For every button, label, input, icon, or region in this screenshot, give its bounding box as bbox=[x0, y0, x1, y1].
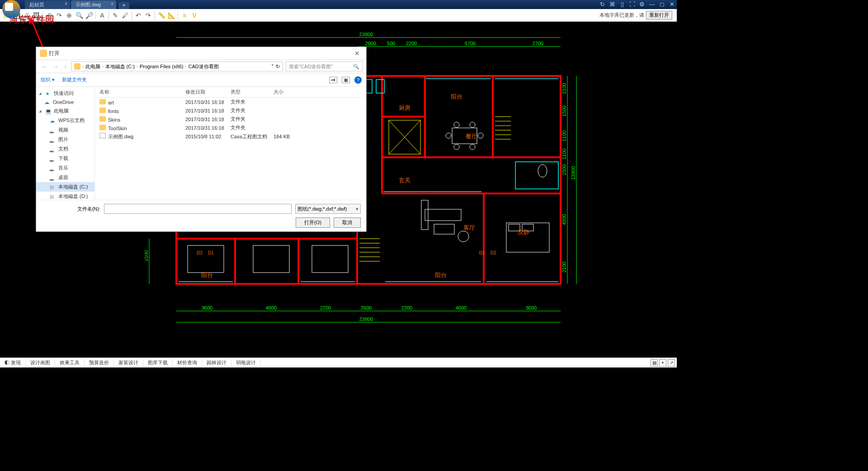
measure-button[interactable]: 📏 bbox=[157, 11, 166, 20]
sidebar-item[interactable]: ▂视频 bbox=[36, 125, 94, 135]
svg-rect-62 bbox=[312, 245, 348, 273]
sidebar-item[interactable]: ☁WPS云文档 bbox=[36, 116, 94, 125]
rotate-right-button[interactable]: ↷ bbox=[55, 11, 64, 20]
marker-button[interactable]: 🖊 bbox=[121, 11, 130, 20]
status-item[interactable]: 设计画图 bbox=[26, 359, 55, 366]
nav-back-button[interactable]: ← bbox=[40, 63, 48, 70]
pencil-button[interactable]: ✎ bbox=[111, 11, 120, 20]
status-item[interactable]: 园林设计 bbox=[202, 359, 231, 366]
filename-input[interactable] bbox=[104, 204, 292, 214]
sidebar-item[interactable]: ▂图片 bbox=[36, 135, 94, 144]
filetype-select[interactable]: 图纸(*.dwg;*.dxf;*.dwf) bbox=[295, 204, 361, 214]
sidebar-item[interactable]: ▂下载 bbox=[36, 154, 94, 163]
file-row[interactable]: fonts2017/10/31 16:18文件夹 bbox=[95, 106, 366, 115]
undo-button[interactable]: ↶ bbox=[134, 11, 143, 20]
tab-start[interactable]: 起始页× bbox=[25, 0, 70, 9]
sidebar-item[interactable]: 💻此电脑 bbox=[36, 106, 94, 116]
svg-text:5700: 5700 bbox=[465, 41, 476, 46]
help-icon[interactable]: ? bbox=[354, 76, 362, 84]
tab-close-icon[interactable]: × bbox=[65, 1, 67, 6]
svg-text:2200: 2200 bbox=[401, 305, 412, 311]
organize-button[interactable]: 组织 ▾ bbox=[41, 76, 55, 83]
view-grid-button[interactable]: ▦ bbox=[342, 77, 350, 83]
file-row[interactable]: 示例图.dwg2015/10/8 11:02Caxa工程图文档184 KB bbox=[95, 132, 366, 141]
area-button[interactable]: 📐 bbox=[167, 11, 176, 20]
view-list-button[interactable]: ≡▾ bbox=[329, 77, 337, 83]
sidebar-item[interactable]: ⊟本地磁盘 (D:) bbox=[36, 192, 94, 200]
settings-icon[interactable]: ⚙ bbox=[638, 0, 646, 8]
sidebar-item[interactable]: ▂文档 bbox=[36, 144, 94, 154]
redo-button[interactable]: ↷ bbox=[144, 11, 153, 20]
nav-up-button[interactable]: ↑ bbox=[62, 63, 68, 70]
text-button[interactable]: A bbox=[98, 11, 107, 20]
reopen-button[interactable]: 重新打开 bbox=[646, 11, 672, 19]
new-folder-button[interactable]: 新建文件夹 bbox=[62, 76, 87, 83]
svg-text:23800: 23800 bbox=[359, 32, 373, 37]
status-item[interactable]: 图库下载 bbox=[143, 359, 173, 366]
rotate-left-button[interactable]: ↶ bbox=[45, 11, 54, 20]
svg-text:2600: 2600 bbox=[361, 305, 372, 311]
status-item[interactable]: ◐ 发现 bbox=[0, 359, 26, 366]
close-button[interactable]: ✕ bbox=[668, 0, 676, 8]
svg-point-50 bbox=[446, 133, 451, 138]
svg-text:1500: 1500 bbox=[561, 165, 567, 175]
status-item[interactable]: 预算造价 bbox=[85, 359, 114, 366]
open-button[interactable]: 打开(O) bbox=[296, 217, 330, 228]
sync-icon[interactable]: ↻ bbox=[598, 0, 606, 8]
svg-text:2100: 2100 bbox=[561, 262, 567, 273]
minimize-button[interactable]: — bbox=[648, 0, 656, 8]
tab-close-icon[interactable]: × bbox=[111, 1, 113, 6]
status-item[interactable]: 家装设计 bbox=[114, 359, 143, 366]
svg-text:客厅: 客厅 bbox=[463, 224, 475, 231]
svg-point-55 bbox=[458, 231, 469, 242]
sidebar-item[interactable]: ⊟本地磁盘 (C:) bbox=[36, 182, 94, 192]
breadcrumb[interactable]: › 此电脑› 本地磁盘 (C:)› Program Files (x86)› C… bbox=[71, 61, 283, 71]
window-controls: ↻ ⌘ ▯ ⛶ ⚙ — ◻ ✕ bbox=[598, 0, 676, 8]
nav-forward-button[interactable]: → bbox=[51, 63, 60, 70]
font-update-notice: 本地字库已更新，请 重新打开 bbox=[599, 11, 675, 19]
app-logo bbox=[0, 0, 23, 18]
sidebar-item[interactable]: ▂音乐 bbox=[36, 163, 94, 173]
svg-text:4500: 4500 bbox=[561, 214, 567, 225]
zoom-out-button[interactable]: 🔎 bbox=[85, 11, 94, 20]
layers-button[interactable]: ≡ bbox=[180, 11, 189, 20]
new-tab-button[interactable]: + bbox=[118, 2, 129, 9]
status-item[interactable]: 效果工具 bbox=[55, 359, 85, 366]
file-list-header[interactable]: 名称 修改日期 类型 大小 bbox=[95, 87, 366, 98]
sidebar-item[interactable]: ▂桌面 bbox=[36, 173, 94, 182]
svg-point-51 bbox=[478, 133, 483, 138]
mobile-icon[interactable]: ▯ bbox=[618, 0, 626, 8]
status-arrow-icon[interactable]: ↗ bbox=[668, 359, 675, 367]
vip-button[interactable]: V bbox=[190, 11, 199, 20]
svg-rect-29 bbox=[515, 162, 558, 189]
maximize-button[interactable]: ◻ bbox=[658, 0, 666, 8]
file-row[interactable]: art2017/10/31 16:18文件夹 bbox=[95, 98, 366, 106]
link-icon[interactable]: ⌘ bbox=[608, 0, 616, 8]
svg-point-47 bbox=[470, 122, 475, 127]
filename-label: 文件名(N): bbox=[42, 206, 100, 212]
svg-text:23800: 23800 bbox=[359, 316, 373, 322]
zoom-extents-button[interactable]: ⊕ bbox=[65, 11, 74, 20]
status-plus-icon[interactable]: + bbox=[659, 359, 666, 367]
sidebar-item[interactable]: ★快速访问 bbox=[36, 89, 94, 98]
dialog-close-button[interactable]: ✕ bbox=[352, 50, 363, 57]
svg-point-59 bbox=[538, 165, 547, 177]
zoom-in-button[interactable]: 🔍 bbox=[75, 11, 84, 20]
status-layer-icon[interactable]: ▤ bbox=[651, 359, 658, 367]
status-item[interactable]: 弱电设计 bbox=[231, 359, 261, 366]
svg-text:2100: 2100 bbox=[561, 83, 567, 94]
svg-point-46 bbox=[454, 122, 459, 127]
dialog-sidebar: ★快速访问☁OneDrive💻此电脑☁WPS云文档▂视频▂图片▂文档▂下载▂音乐… bbox=[36, 87, 95, 200]
search-input[interactable]: 搜索"CAD迷你看图" 🔍 bbox=[286, 61, 363, 71]
cancel-button[interactable]: 取消 bbox=[334, 217, 361, 228]
file-row[interactable]: ToolSkin2017/10/31 16:18文件夹 bbox=[95, 123, 366, 132]
folder-icon bbox=[40, 50, 47, 57]
tab-example[interactable]: 示例图.dwg× bbox=[71, 0, 116, 9]
sidebar-item[interactable]: ☁OneDrive bbox=[36, 98, 94, 106]
export-button[interactable]: 🖼 bbox=[32, 11, 41, 20]
fullscreen-icon[interactable]: ⛶ bbox=[628, 0, 636, 8]
svg-text:3600: 3600 bbox=[202, 305, 212, 311]
file-row[interactable]: Skins2017/10/31 16:18文件夹 bbox=[95, 115, 366, 123]
status-item[interactable]: 材价查询 bbox=[173, 359, 202, 366]
print-button[interactable]: 🖨 bbox=[22, 11, 31, 20]
